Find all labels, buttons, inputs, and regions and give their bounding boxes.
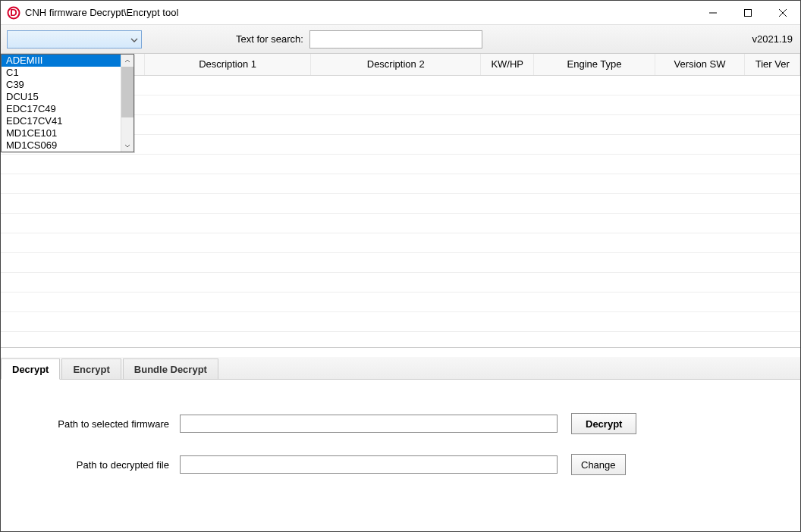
minimize-button[interactable]: [696, 1, 730, 25]
version-label: v2021.19: [752, 33, 793, 45]
dropdown-item[interactable]: ADEMIII: [2, 55, 121, 67]
change-button[interactable]: Change: [571, 454, 626, 475]
dropdown-items: ADEMIII C1 C39 DCU15 EDC17C49 EDC17CV41 …: [2, 55, 121, 152]
row-path-selected: Path to selected firmware Decrypt: [25, 413, 776, 434]
search-label: Text for search:: [236, 33, 303, 45]
dropdown-item[interactable]: EDC17CV41: [2, 115, 121, 127]
svg-rect-3: [745, 9, 752, 16]
table-row[interactable]: [1, 154, 800, 174]
scroll-track[interactable]: [121, 67, 134, 139]
table-row[interactable]: [1, 292, 800, 311]
col-header-engine[interactable]: Engine Type: [534, 54, 655, 75]
toolbar: Text for search: v2021.19: [1, 25, 800, 54]
col-header-kwhp[interactable]: KW/HP: [480, 54, 534, 75]
tab-bar: Decrypt Encrypt Bundle Decrypt: [1, 357, 800, 380]
table-row[interactable]: [1, 193, 800, 213]
col-header-desc2[interactable]: Description 2: [311, 54, 481, 75]
table-row[interactable]: [1, 174, 800, 193]
path-selected-input[interactable]: [180, 415, 558, 433]
maximize-button[interactable]: [730, 1, 765, 25]
dropdown-item[interactable]: EDC17C49: [2, 103, 121, 115]
svg-text:D: D: [10, 7, 17, 18]
row-path-decrypted: Path to decrypted file Change: [25, 454, 776, 475]
scroll-thumb[interactable]: [121, 67, 134, 117]
decrypt-button[interactable]: Decrypt: [571, 413, 636, 434]
table-row[interactable]: [1, 213, 800, 233]
col-header-versionsw[interactable]: Version SW: [655, 54, 745, 75]
tab-encrypt[interactable]: Encrypt: [61, 358, 121, 379]
col-header-desc1[interactable]: Description 1: [144, 54, 311, 75]
path-decrypted-input[interactable]: [180, 455, 558, 474]
scroll-up-icon[interactable]: [121, 55, 134, 67]
decrypt-tab-content: Path to selected firmware Decrypt Path t…: [1, 380, 800, 528]
path-selected-label: Path to selected firmware: [25, 418, 180, 430]
ecu-dropdown-list[interactable]: ADEMIII C1 C39 DCU15 EDC17C49 EDC17CV41 …: [1, 54, 134, 152]
dropdown-item[interactable]: MD1CE101: [2, 127, 121, 139]
dropdown-item[interactable]: MD1CS069: [2, 139, 121, 152]
window-title: CNH firmware Decrypt\Encrypt tool: [25, 7, 178, 18]
data-grid-area: Description 1 Description 2 KW/HP Engine…: [1, 54, 800, 348]
col-header-tierver[interactable]: Tier Ver: [745, 54, 800, 75]
table-row[interactable]: [1, 311, 800, 331]
dropdown-item[interactable]: DCU15: [2, 91, 121, 103]
search-input[interactable]: [309, 30, 482, 49]
dropdown-scrollbar[interactable]: [121, 55, 134, 152]
table-row[interactable]: [1, 233, 800, 252]
close-button[interactable]: [765, 1, 800, 25]
tab-decrypt[interactable]: Decrypt: [1, 358, 60, 380]
scroll-down-icon[interactable]: [121, 139, 134, 152]
app-icon: D: [7, 6, 20, 20]
tab-bundle-decrypt[interactable]: Bundle Decrypt: [123, 358, 218, 379]
ecu-select-combo[interactable]: [7, 30, 142, 49]
dropdown-item[interactable]: C39: [2, 79, 121, 91]
titlebar: D CNH firmware Decrypt\Encrypt tool: [1, 1, 800, 25]
bottom-panel: Decrypt Encrypt Bundle Decrypt Path to s…: [1, 357, 800, 531]
chevron-down-icon: [127, 33, 141, 45]
table-row[interactable]: [1, 272, 800, 292]
path-decrypted-label: Path to decrypted file: [25, 459, 180, 471]
table-row[interactable]: [1, 252, 800, 272]
dropdown-item[interactable]: C1: [2, 67, 121, 79]
